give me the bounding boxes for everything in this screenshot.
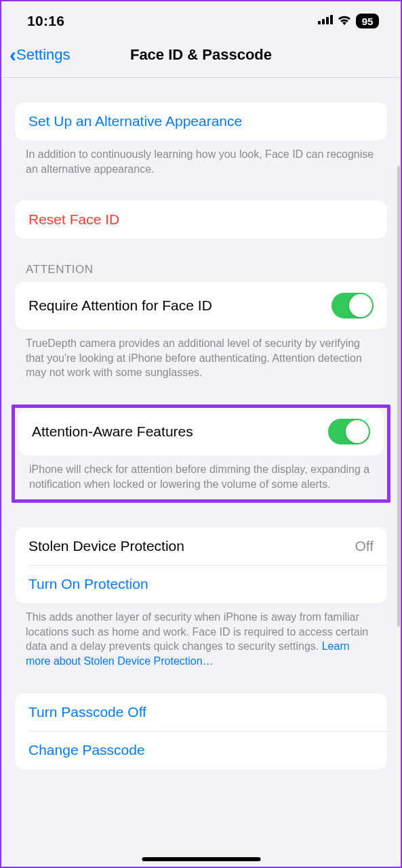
svg-rect-0 (318, 21, 321, 24)
scrollbar[interactable] (397, 166, 400, 627)
attention-aware-label: Attention-Aware Features (32, 423, 193, 440)
reset-face-id-label: Reset Face ID (28, 211, 119, 228)
scroll-area[interactable]: Set Up an Alternative Appearance In addi… (1, 78, 401, 868)
require-attention-row[interactable]: Require Attention for Face ID (15, 282, 387, 329)
attention-header: ATTENTION (1, 263, 401, 282)
setup-alt-appearance-row[interactable]: Set Up an Alternative Appearance (15, 102, 387, 140)
turn-on-protection-row[interactable]: Turn On Protection (15, 565, 387, 603)
back-label: Settings (16, 46, 71, 64)
back-button[interactable]: ‹ Settings (9, 45, 71, 65)
require-attention-toggle[interactable] (331, 293, 374, 318)
stolen-device-row[interactable]: Stolen Device Protection Off (15, 527, 387, 565)
status-time: 10:16 (27, 13, 64, 29)
turn-on-protection-label: Turn On Protection (28, 576, 148, 592)
page-title: Face ID & Passcode (130, 46, 272, 64)
change-passcode-label: Change Passcode (28, 742, 145, 758)
svg-rect-2 (326, 17, 329, 24)
alt-appearance-footer: In addition to continuously learning how… (1, 140, 401, 176)
stolen-device-label: Stolen Device Protection (28, 538, 184, 554)
highlight-box: Attention-Aware Features iPhone will che… (12, 405, 390, 503)
change-passcode-row[interactable]: Change Passcode (15, 731, 387, 769)
svg-rect-1 (322, 19, 325, 24)
home-indicator[interactable] (142, 857, 260, 861)
turn-passcode-off-row[interactable]: Turn Passcode Off (15, 693, 387, 731)
attention-aware-toggle[interactable] (328, 419, 370, 445)
nav-bar: ‹ Settings Face ID & Passcode (1, 37, 401, 78)
stolen-device-value: Off (355, 538, 374, 554)
turn-passcode-off-label: Turn Passcode Off (28, 704, 146, 720)
toggle-knob (349, 294, 372, 317)
wifi-icon (337, 14, 352, 28)
battery-icon: 95 (356, 14, 379, 28)
cellular-icon (318, 15, 333, 27)
require-attention-label: Require Attention for Face ID (28, 297, 212, 314)
require-attention-footer: TrueDepth camera provides an additional … (1, 329, 401, 380)
attention-aware-row[interactable]: Attention-Aware Features (18, 408, 384, 455)
toggle-knob (346, 420, 369, 443)
attention-aware-footer: iPhone will check for attention before d… (15, 455, 387, 491)
chevron-left-icon: ‹ (9, 45, 16, 65)
svg-rect-3 (330, 15, 333, 24)
reset-face-id-row[interactable]: Reset Face ID (15, 201, 387, 239)
setup-alt-appearance-label: Set Up an Alternative Appearance (28, 113, 242, 129)
stolen-device-footer: This adds another layer of security when… (1, 603, 401, 668)
status-bar: 10:16 95 (1, 1, 401, 37)
status-icons: 95 (318, 14, 379, 28)
